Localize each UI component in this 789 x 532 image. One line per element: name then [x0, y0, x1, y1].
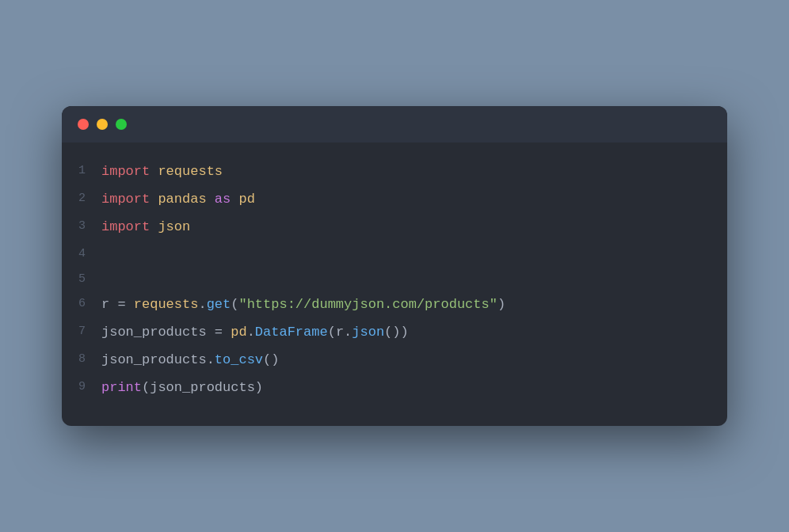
code-token: ()	[384, 325, 400, 340]
code-token: requests	[158, 164, 223, 179]
code-editor: 1import requests2import pandas as pd3imp…	[62, 142, 727, 425]
line-number: 1	[62, 161, 101, 181]
line-content: print(json_products)	[101, 377, 727, 400]
line-number: 4	[62, 244, 101, 264]
code-token: pd	[238, 192, 254, 207]
code-line: 5	[62, 267, 727, 292]
line-number: 6	[62, 294, 101, 314]
code-token: pd	[231, 325, 246, 340]
code-token: .	[247, 325, 255, 340]
code-token: r	[101, 297, 109, 312]
code-token: r	[336, 325, 344, 340]
code-token: =	[109, 297, 134, 312]
code-token: )	[401, 325, 409, 340]
line-content: json_products.to_csv()	[101, 349, 727, 372]
line-number: 2	[62, 188, 101, 209]
code-token: get	[207, 297, 231, 312]
line-content: import pandas as pd	[101, 188, 727, 211]
code-token: (	[231, 297, 238, 312]
code-token: to_csv	[215, 352, 263, 367]
code-token: DataFrame	[255, 325, 328, 340]
code-token: as	[215, 192, 239, 207]
code-token: (	[328, 325, 336, 340]
code-line: 3import json	[62, 214, 727, 241]
code-token: =	[207, 325, 231, 340]
line-number: 3	[62, 216, 101, 237]
code-line: 2import pandas as pd	[62, 186, 727, 214]
code-token: import	[101, 219, 158, 234]
code-token: (	[142, 380, 150, 395]
code-token: ()	[263, 352, 279, 367]
titlebar	[62, 106, 727, 142]
code-token: json_products	[150, 380, 255, 395]
minimize-button[interactable]	[97, 119, 108, 130]
maximize-button[interactable]	[116, 119, 127, 130]
code-token: print	[101, 380, 142, 395]
code-line: 8json_products.to_csv()	[62, 347, 727, 374]
line-content: import requests	[101, 161, 727, 184]
code-token: .	[207, 352, 215, 367]
line-number: 9	[62, 377, 101, 397]
code-token: import	[101, 192, 158, 207]
code-token: .	[198, 297, 206, 312]
code-line: 6r = requests.get("https://dummyjson.com…	[62, 291, 727, 319]
code-token: requests	[134, 297, 199, 312]
code-token: )	[497, 297, 505, 312]
code-line: 4	[62, 241, 727, 267]
code-line: 7json_products = pd.DataFrame(r.json())	[62, 319, 727, 347]
code-token: )	[255, 380, 263, 395]
code-token: import	[101, 164, 158, 179]
code-line: 9print(json_products)	[62, 374, 727, 402]
line-number: 7	[62, 321, 101, 342]
code-window: 1import requests2import pandas as pd3imp…	[62, 106, 727, 425]
code-token: json_products	[101, 352, 207, 367]
close-button[interactable]	[78, 119, 89, 130]
line-content: import json	[101, 216, 727, 239]
line-content: r = requests.get("https://dummyjson.com/…	[101, 294, 727, 317]
code-token: json	[352, 325, 384, 340]
line-number: 5	[62, 269, 101, 290]
code-token: pandas	[158, 192, 214, 207]
code-line: 1import requests	[62, 158, 727, 186]
code-token: json_products	[101, 325, 207, 340]
code-token: json	[158, 219, 190, 234]
code-token: "https://dummyjson.com/products"	[238, 297, 497, 312]
line-number: 8	[62, 349, 101, 370]
line-content: json_products = pd.DataFrame(r.json())	[101, 321, 727, 344]
code-token: .	[344, 325, 352, 340]
